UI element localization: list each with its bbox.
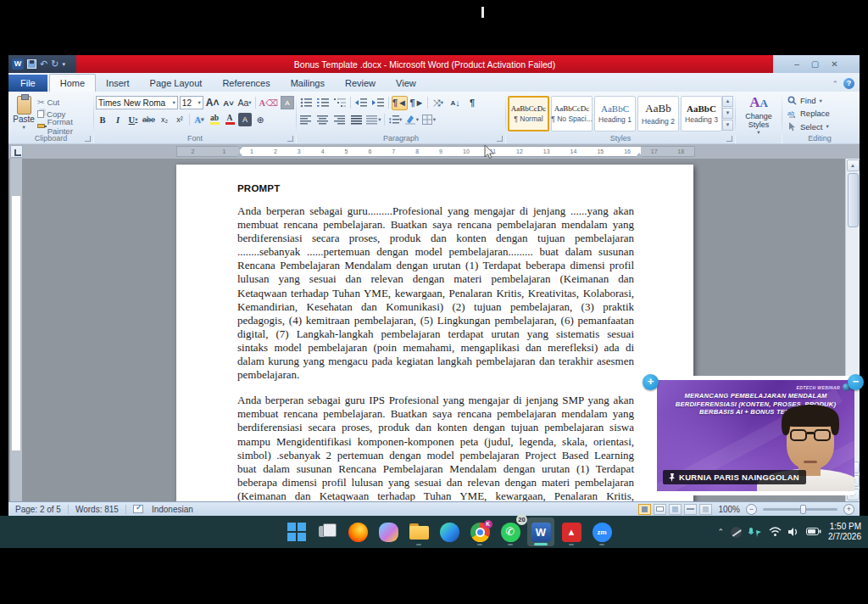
clear-formatting-icon[interactable]: A⌫ xyxy=(259,96,279,109)
sort-button[interactable]: A↓ xyxy=(448,96,463,110)
enclose-characters-icon[interactable]: A xyxy=(281,96,294,109)
tray-expand-icon[interactable]: ⌃ xyxy=(718,528,725,536)
battery-icon[interactable] xyxy=(806,528,821,536)
redo-icon[interactable]: ↻ xyxy=(51,59,58,69)
taskbar-word[interactable]: W xyxy=(527,517,554,546)
print-layout-view-button[interactable] xyxy=(638,504,651,515)
spellcheck-icon[interactable] xyxy=(133,505,143,513)
taskbar-chrome[interactable]: K xyxy=(466,517,493,546)
align-right-button[interactable] xyxy=(332,113,348,127)
minimize-button[interactable]: – xyxy=(794,59,799,69)
speaker-icon[interactable] xyxy=(788,527,799,537)
zoom-slider-thumb[interactable] xyxy=(800,505,806,514)
tab-review[interactable]: Review xyxy=(335,75,386,92)
format-painter-button[interactable]: Format Painter xyxy=(37,120,92,131)
style-heading3[interactable]: AaBbCHeading 3 xyxy=(681,96,722,131)
web-layout-view-button[interactable] xyxy=(669,504,682,515)
draft-view-button[interactable] xyxy=(699,504,712,515)
cut-button[interactable]: Cut xyxy=(37,97,92,108)
tab-stop-selector[interactable] xyxy=(10,145,23,158)
replace-button[interactable]: ab Replace xyxy=(787,108,855,119)
zoom-level[interactable]: 100% xyxy=(715,505,743,514)
hanging-indent-marker[interactable] xyxy=(236,153,243,157)
strikethrough-button[interactable]: abe xyxy=(142,113,156,126)
onedrive-icon[interactable] xyxy=(731,527,742,538)
horizontal-ruler[interactable]: 21 12345678910111213141516 1718 xyxy=(176,146,695,157)
styles-dialog-launcher[interactable] xyxy=(726,136,732,142)
tab-mailings[interactable]: Mailings xyxy=(281,75,335,92)
align-center-button[interactable] xyxy=(315,113,331,127)
show-paragraph-marks-button[interactable]: ¶ xyxy=(465,96,480,110)
first-line-indent-marker[interactable] xyxy=(236,146,243,150)
borders-button[interactable]: ▾ xyxy=(421,113,437,127)
font-dialog-launcher[interactable] xyxy=(287,136,293,142)
line-spacing-button[interactable]: ↕▾ xyxy=(387,113,403,127)
italic-button[interactable]: I xyxy=(111,113,125,126)
decrease-indent-button[interactable] xyxy=(353,96,369,110)
help-icon[interactable]: ? xyxy=(843,78,854,89)
taskbar-firefox[interactable] xyxy=(344,517,371,546)
zoom-slider[interactable] xyxy=(763,508,837,511)
distribute-button[interactable]: ▾ xyxy=(366,113,381,127)
find-button[interactable]: Find▾ xyxy=(787,95,855,106)
styles-scroll-down[interactable]: ▼ xyxy=(722,108,733,119)
shading-button[interactable]: ▾ xyxy=(404,113,420,127)
tab-references[interactable]: References xyxy=(212,75,280,92)
taskbar-edge[interactable] xyxy=(436,517,463,546)
asian-layout-button[interactable]: ⤨▾ xyxy=(431,96,446,110)
collapse-ribbon-icon[interactable]: ⌃ xyxy=(832,80,838,88)
text-effects-button[interactable]: A▾ xyxy=(192,113,206,126)
style-no-spacing[interactable]: AaBbCcDc¶ No Spaci... xyxy=(551,96,593,131)
justify-button[interactable] xyxy=(349,113,364,127)
undo-icon[interactable]: ↶ xyxy=(40,59,47,69)
character-shading-button[interactable]: A xyxy=(238,113,252,126)
word-count[interactable]: Words: 815 xyxy=(69,505,125,514)
page-count[interactable]: Page: 2 of 5 xyxy=(8,505,68,514)
zoom-out-icon[interactable]: − xyxy=(746,504,757,515)
tab-page-layout[interactable]: Page Layout xyxy=(140,75,213,92)
styles-gallery-expand[interactable]: ▼ xyxy=(722,120,733,131)
tab-insert[interactable]: Insert xyxy=(96,75,140,92)
clipboard-dialog-launcher[interactable] xyxy=(85,136,91,142)
tab-view[interactable]: View xyxy=(386,75,426,92)
scroll-up-icon[interactable]: ▲ xyxy=(847,159,860,171)
style-heading2[interactable]: AaBbHeading 2 xyxy=(637,96,679,131)
language-indicator[interactable]: Indonesian xyxy=(145,505,200,514)
highlight-color-button[interactable]: ab xyxy=(208,113,221,126)
maximize-button[interactable]: ▢ xyxy=(811,59,819,69)
left-to-right-button[interactable]: ¶◄ xyxy=(392,96,408,110)
qat-customize-icon[interactable]: ▾ xyxy=(62,61,65,68)
shrink-font-button[interactable]: A˅ xyxy=(222,96,236,109)
font-size-select[interactable]: 12▾ xyxy=(180,96,203,109)
clock[interactable]: 1:50 PM 2/7/2026 xyxy=(828,522,861,543)
outline-view-button[interactable] xyxy=(684,504,697,515)
superscript-button[interactable]: x² xyxy=(173,113,186,126)
taskbar-explorer[interactable] xyxy=(405,517,432,546)
taskbar-start-button[interactable] xyxy=(283,517,310,546)
enclose-circle-button[interactable]: ⊕ xyxy=(253,113,267,126)
wifi-icon[interactable] xyxy=(769,527,782,537)
close-button[interactable]: ✕ xyxy=(831,59,837,69)
underline-button[interactable]: U▾ xyxy=(126,113,140,126)
overlay-zoom-in-button[interactable]: + xyxy=(643,374,659,390)
subscript-button[interactable]: x₂ xyxy=(158,113,171,126)
bullets-button[interactable] xyxy=(298,96,314,110)
increase-indent-button[interactable] xyxy=(370,96,386,110)
select-button[interactable]: Select▾ xyxy=(787,121,855,132)
document-page[interactable]: PROMPT Anda berperan sebagai guru.......… xyxy=(176,165,693,501)
webinar-video-overlay[interactable]: EDTECH WEBINAR MERANCANG PEMBELAJARAN ME… xyxy=(657,376,854,495)
multilevel-list-button[interactable] xyxy=(332,96,348,110)
word-app-icon[interactable]: W xyxy=(12,59,24,70)
microphone-location-icon[interactable] xyxy=(748,527,762,538)
taskbar-whatsapp[interactable]: ✆20 xyxy=(497,517,524,546)
tab-home[interactable]: Home xyxy=(49,74,96,92)
scrollbar-thumb[interactable] xyxy=(848,173,859,227)
styles-scroll-up[interactable]: ▲ xyxy=(722,96,733,107)
tab-file[interactable]: File xyxy=(8,75,47,92)
style-heading1[interactable]: AaBbCHeading 1 xyxy=(594,96,636,131)
change-case-button[interactable]: Aa▾ xyxy=(237,96,253,109)
fullscreen-reading-view-button[interactable] xyxy=(654,504,666,515)
right-indent-marker[interactable] xyxy=(636,153,643,157)
numbering-button[interactable] xyxy=(315,96,331,110)
bold-button[interactable]: B xyxy=(96,113,109,126)
